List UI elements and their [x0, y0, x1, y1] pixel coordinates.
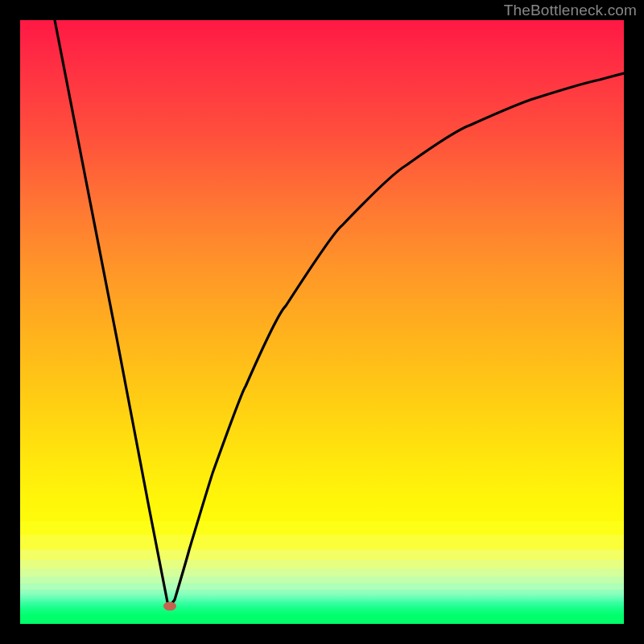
watermark-text: TheBottleneck.com	[504, 2, 637, 19]
chart-container: TheBottleneck.com	[0, 0, 644, 644]
min-marker	[163, 602, 176, 611]
plot-area	[20, 20, 624, 624]
bottleneck-curve	[20, 20, 624, 624]
